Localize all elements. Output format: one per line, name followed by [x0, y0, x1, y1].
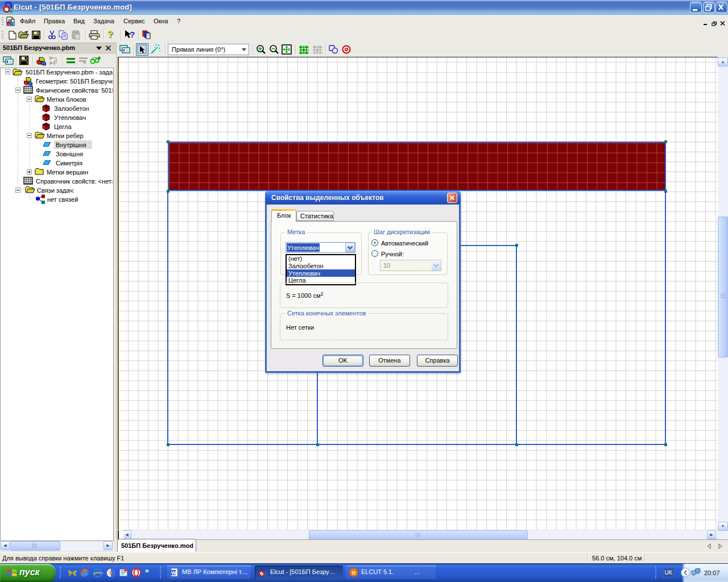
svg-text:W: W [171, 570, 176, 576]
svg-text:n: n [352, 569, 356, 576]
svg-text:?: ? [130, 30, 135, 39]
